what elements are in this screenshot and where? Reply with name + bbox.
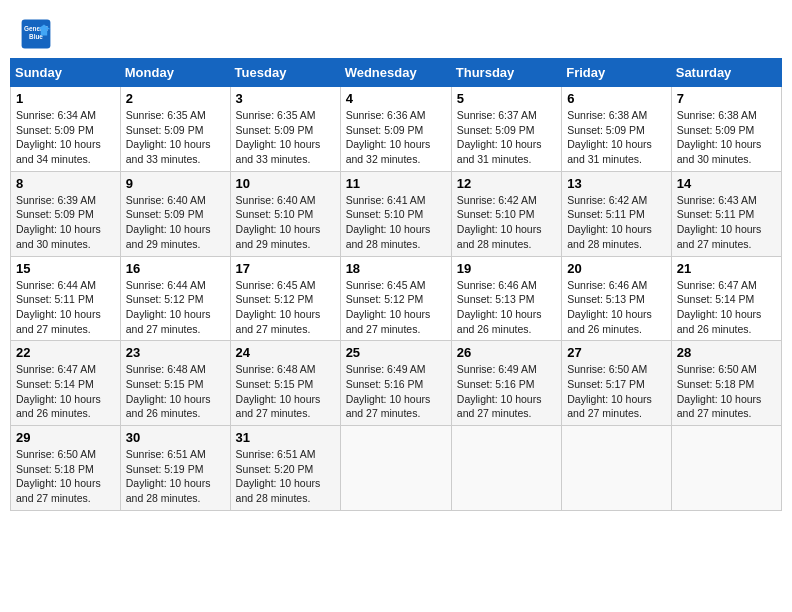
calendar-cell: 17Sunrise: 6:45 AM Sunset: 5:12 PM Dayli… [230, 256, 340, 341]
day-number: 24 [236, 345, 335, 360]
calendar-cell: 16Sunrise: 6:44 AM Sunset: 5:12 PM Dayli… [120, 256, 230, 341]
day-number: 4 [346, 91, 446, 106]
calendar-cell: 28Sunrise: 6:50 AM Sunset: 5:18 PM Dayli… [671, 341, 781, 426]
page-header: General Blue [10, 10, 782, 54]
day-info: Sunrise: 6:39 AM Sunset: 5:09 PM Dayligh… [16, 193, 115, 252]
calendar: SundayMondayTuesdayWednesdayThursdayFrid… [10, 58, 782, 511]
day-info: Sunrise: 6:44 AM Sunset: 5:12 PM Dayligh… [126, 278, 225, 337]
calendar-cell: 8Sunrise: 6:39 AM Sunset: 5:09 PM Daylig… [11, 171, 121, 256]
calendar-cell: 7Sunrise: 6:38 AM Sunset: 5:09 PM Daylig… [671, 87, 781, 172]
day-info: Sunrise: 6:34 AM Sunset: 5:09 PM Dayligh… [16, 108, 115, 167]
day-info: Sunrise: 6:50 AM Sunset: 5:18 PM Dayligh… [16, 447, 115, 506]
weekday-header-friday: Friday [562, 59, 672, 87]
logo: General Blue [20, 18, 56, 50]
weekday-header-row: SundayMondayTuesdayWednesdayThursdayFrid… [11, 59, 782, 87]
day-info: Sunrise: 6:48 AM Sunset: 5:15 PM Dayligh… [126, 362, 225, 421]
calendar-cell: 25Sunrise: 6:49 AM Sunset: 5:16 PM Dayli… [340, 341, 451, 426]
day-number: 16 [126, 261, 225, 276]
day-info: Sunrise: 6:46 AM Sunset: 5:13 PM Dayligh… [567, 278, 666, 337]
day-number: 13 [567, 176, 666, 191]
calendar-cell [671, 426, 781, 511]
day-number: 11 [346, 176, 446, 191]
day-info: Sunrise: 6:35 AM Sunset: 5:09 PM Dayligh… [126, 108, 225, 167]
day-info: Sunrise: 6:40 AM Sunset: 5:10 PM Dayligh… [236, 193, 335, 252]
day-info: Sunrise: 6:42 AM Sunset: 5:10 PM Dayligh… [457, 193, 556, 252]
calendar-cell: 22Sunrise: 6:47 AM Sunset: 5:14 PM Dayli… [11, 341, 121, 426]
calendar-week-5: 29Sunrise: 6:50 AM Sunset: 5:18 PM Dayli… [11, 426, 782, 511]
day-number: 18 [346, 261, 446, 276]
day-number: 31 [236, 430, 335, 445]
calendar-cell: 27Sunrise: 6:50 AM Sunset: 5:17 PM Dayli… [562, 341, 672, 426]
calendar-cell: 11Sunrise: 6:41 AM Sunset: 5:10 PM Dayli… [340, 171, 451, 256]
day-number: 5 [457, 91, 556, 106]
day-number: 29 [16, 430, 115, 445]
day-number: 26 [457, 345, 556, 360]
weekday-header-monday: Monday [120, 59, 230, 87]
day-number: 22 [16, 345, 115, 360]
calendar-cell: 9Sunrise: 6:40 AM Sunset: 5:09 PM Daylig… [120, 171, 230, 256]
calendar-cell: 23Sunrise: 6:48 AM Sunset: 5:15 PM Dayli… [120, 341, 230, 426]
calendar-cell: 20Sunrise: 6:46 AM Sunset: 5:13 PM Dayli… [562, 256, 672, 341]
day-number: 19 [457, 261, 556, 276]
day-info: Sunrise: 6:40 AM Sunset: 5:09 PM Dayligh… [126, 193, 225, 252]
day-info: Sunrise: 6:50 AM Sunset: 5:17 PM Dayligh… [567, 362, 666, 421]
calendar-cell: 4Sunrise: 6:36 AM Sunset: 5:09 PM Daylig… [340, 87, 451, 172]
day-number: 15 [16, 261, 115, 276]
calendar-cell: 18Sunrise: 6:45 AM Sunset: 5:12 PM Dayli… [340, 256, 451, 341]
day-info: Sunrise: 6:38 AM Sunset: 5:09 PM Dayligh… [567, 108, 666, 167]
calendar-cell [562, 426, 672, 511]
calendar-cell: 21Sunrise: 6:47 AM Sunset: 5:14 PM Dayli… [671, 256, 781, 341]
calendar-week-1: 1Sunrise: 6:34 AM Sunset: 5:09 PM Daylig… [11, 87, 782, 172]
weekday-header-sunday: Sunday [11, 59, 121, 87]
day-number: 27 [567, 345, 666, 360]
day-info: Sunrise: 6:35 AM Sunset: 5:09 PM Dayligh… [236, 108, 335, 167]
day-number: 9 [126, 176, 225, 191]
day-info: Sunrise: 6:43 AM Sunset: 5:11 PM Dayligh… [677, 193, 776, 252]
day-number: 25 [346, 345, 446, 360]
logo-icon: General Blue [20, 18, 52, 50]
day-number: 28 [677, 345, 776, 360]
day-info: Sunrise: 6:47 AM Sunset: 5:14 PM Dayligh… [16, 362, 115, 421]
day-number: 12 [457, 176, 556, 191]
calendar-week-3: 15Sunrise: 6:44 AM Sunset: 5:11 PM Dayli… [11, 256, 782, 341]
calendar-cell: 30Sunrise: 6:51 AM Sunset: 5:19 PM Dayli… [120, 426, 230, 511]
day-info: Sunrise: 6:46 AM Sunset: 5:13 PM Dayligh… [457, 278, 556, 337]
day-info: Sunrise: 6:49 AM Sunset: 5:16 PM Dayligh… [457, 362, 556, 421]
day-info: Sunrise: 6:37 AM Sunset: 5:09 PM Dayligh… [457, 108, 556, 167]
day-number: 30 [126, 430, 225, 445]
weekday-header-wednesday: Wednesday [340, 59, 451, 87]
day-info: Sunrise: 6:36 AM Sunset: 5:09 PM Dayligh… [346, 108, 446, 167]
day-number: 23 [126, 345, 225, 360]
day-info: Sunrise: 6:45 AM Sunset: 5:12 PM Dayligh… [346, 278, 446, 337]
day-info: Sunrise: 6:41 AM Sunset: 5:10 PM Dayligh… [346, 193, 446, 252]
day-info: Sunrise: 6:45 AM Sunset: 5:12 PM Dayligh… [236, 278, 335, 337]
day-number: 6 [567, 91, 666, 106]
calendar-cell: 13Sunrise: 6:42 AM Sunset: 5:11 PM Dayli… [562, 171, 672, 256]
calendar-cell [340, 426, 451, 511]
calendar-cell: 26Sunrise: 6:49 AM Sunset: 5:16 PM Dayli… [451, 341, 561, 426]
day-number: 3 [236, 91, 335, 106]
calendar-cell: 29Sunrise: 6:50 AM Sunset: 5:18 PM Dayli… [11, 426, 121, 511]
calendar-week-4: 22Sunrise: 6:47 AM Sunset: 5:14 PM Dayli… [11, 341, 782, 426]
day-number: 2 [126, 91, 225, 106]
calendar-cell: 1Sunrise: 6:34 AM Sunset: 5:09 PM Daylig… [11, 87, 121, 172]
calendar-cell: 6Sunrise: 6:38 AM Sunset: 5:09 PM Daylig… [562, 87, 672, 172]
calendar-cell: 24Sunrise: 6:48 AM Sunset: 5:15 PM Dayli… [230, 341, 340, 426]
calendar-cell [451, 426, 561, 511]
day-info: Sunrise: 6:50 AM Sunset: 5:18 PM Dayligh… [677, 362, 776, 421]
day-info: Sunrise: 6:42 AM Sunset: 5:11 PM Dayligh… [567, 193, 666, 252]
weekday-header-saturday: Saturday [671, 59, 781, 87]
day-number: 8 [16, 176, 115, 191]
day-number: 1 [16, 91, 115, 106]
weekday-header-tuesday: Tuesday [230, 59, 340, 87]
day-info: Sunrise: 6:44 AM Sunset: 5:11 PM Dayligh… [16, 278, 115, 337]
calendar-cell: 10Sunrise: 6:40 AM Sunset: 5:10 PM Dayli… [230, 171, 340, 256]
day-number: 7 [677, 91, 776, 106]
calendar-cell: 2Sunrise: 6:35 AM Sunset: 5:09 PM Daylig… [120, 87, 230, 172]
day-info: Sunrise: 6:47 AM Sunset: 5:14 PM Dayligh… [677, 278, 776, 337]
day-info: Sunrise: 6:49 AM Sunset: 5:16 PM Dayligh… [346, 362, 446, 421]
calendar-cell: 12Sunrise: 6:42 AM Sunset: 5:10 PM Dayli… [451, 171, 561, 256]
day-number: 10 [236, 176, 335, 191]
day-number: 21 [677, 261, 776, 276]
day-number: 14 [677, 176, 776, 191]
